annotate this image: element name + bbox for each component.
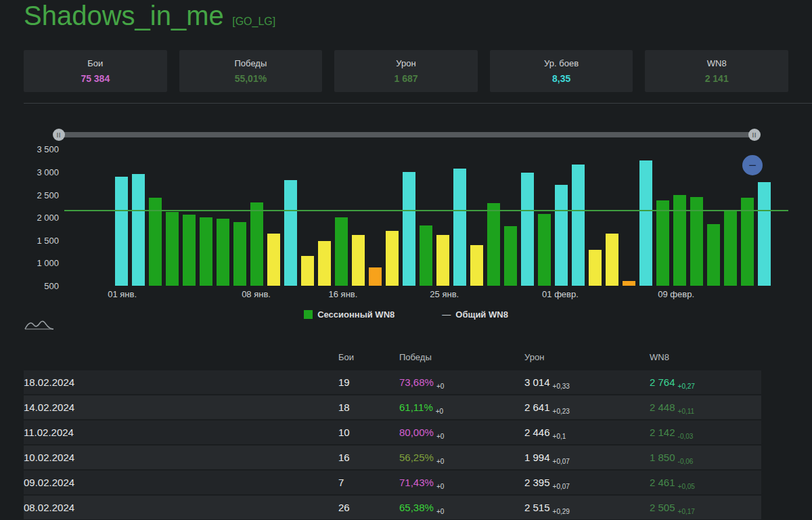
row-wn8: 2 764+0,27 [650,376,761,388]
wn8-chart: 3 5003 0002 5002 0001 5001 000500 − [64,147,788,286]
chart-bar[interactable] [673,195,686,286]
chart-bar[interactable] [470,245,483,286]
chart-bar[interactable] [217,219,229,286]
row-battles: 19 [338,376,399,388]
chart-bar[interactable] [656,200,669,286]
legend-overall-wn8[interactable]: — Общий WN8 [442,309,508,320]
area-chart-toggle-icon[interactable] [24,316,58,333]
y-axis: 3 5003 0002 5002 0001 5001 000500 [24,147,59,286]
chart-bar[interactable] [352,235,365,286]
chart-bar[interactable] [453,169,466,286]
chart-bar[interactable] [250,202,263,286]
stat-card-3[interactable]: Ур. боев8,35 [490,50,633,92]
row-winrate: 73,68%+0 [399,376,524,388]
table-header-row: БоиПобедыУронWN8 [24,349,761,370]
chart-bar[interactable] [487,203,500,286]
chart-bar[interactable] [538,214,551,286]
y-tick-label: 3 500 [37,144,59,154]
stats-page: Shadows_in_me [GO_LG] Бои75 384Победы55,… [0,0,812,520]
chart-bar[interactable] [183,215,196,286]
date-range-slider[interactable]: || || [59,132,754,137]
slider-handle-right-icon[interactable]: || [748,129,761,141]
chart-bar[interactable] [115,177,128,286]
stat-card-1[interactable]: Победы55,01% [179,50,323,92]
table-row[interactable]: 14.02.20241861,11%+02 641+0,232 448+0,11 [24,395,761,419]
chart-bar[interactable] [572,165,585,286]
row-date: 10.02.2024 [24,452,338,463]
table-row[interactable]: 10.02.20241656,25%+01 994+0,071 850-0,06 [24,446,761,469]
row-damage: 1 994+0,07 [524,452,650,463]
chart-bar[interactable] [521,173,534,286]
chart-section: || || 3 5003 0002 5002 0001 5001 000500 … [24,132,788,333]
y-tick-label: 1 000 [37,258,59,268]
row-date: 08.02.2024 [24,502,338,513]
row-winrate: 56,25%+0 [399,452,524,463]
row-battles: 16 [338,452,399,463]
stat-card-label: WN8 [707,58,727,68]
stat-card-0[interactable]: Бои75 384 [24,50,167,92]
row-damage: 2 515+0,29 [524,502,650,513]
stat-card-value: 1 687 [394,73,418,84]
player-name[interactable]: Shadows_in_me [24,1,224,30]
stat-card-value: 75 384 [81,73,110,84]
x-axis: 01 янв.08 янв.16 янв.25 янв.01 февр.09 ф… [64,289,788,303]
chart-bar[interactable] [707,224,720,286]
table-header-4: WN8 [650,352,761,362]
legend-overall-wn8-label: Общий WN8 [455,309,508,320]
slider-handle-left-icon[interactable]: || [53,129,65,141]
stat-card-value: 8,35 [552,73,570,84]
row-wn8: 2 142-0,03 [650,427,761,438]
row-date: 18.02.2024 [24,376,338,388]
chart-bar[interactable] [758,182,771,286]
chart-bar[interactable] [200,217,212,286]
row-date: 14.02.2024 [24,402,338,413]
collapse-chart-button[interactable]: − [742,155,763,175]
chart-bar[interactable] [606,234,618,286]
chart-bar[interactable] [589,250,602,286]
chart-bar[interactable] [504,226,517,286]
stat-card-4[interactable]: WN82 141 [645,50,788,92]
chart-bar[interactable] [318,241,331,286]
table-row[interactable]: 18.02.20241973,68%+03 014+0,332 764+0,27 [24,370,761,394]
y-tick-label: 2 500 [37,190,59,200]
row-winrate: 71,43%+0 [399,477,524,488]
table-row[interactable]: 08.02.20242665,38%+02 515+0,292 505+0,17 [24,496,761,519]
chart-bar[interactable] [639,160,652,286]
chart-bar[interactable] [724,211,737,286]
chart-bar[interactable] [132,174,145,286]
row-battles: 7 [338,477,399,488]
chart-bar[interactable] [166,212,179,286]
chart-bar[interactable] [335,217,348,286]
y-tick-label: 2 000 [37,213,59,223]
stat-card-2[interactable]: Урон1 687 [334,50,478,92]
chart-bar[interactable] [233,222,246,286]
row-battles: 18 [338,402,399,413]
chart-bar[interactable] [436,235,449,286]
legend-session-wn8[interactable]: Сессионный WN8 [304,309,394,320]
y-tick-label: 1 500 [37,235,59,245]
row-battles: 10 [338,427,399,438]
row-wn8: 2 505+0,17 [650,502,761,513]
chart-bar[interactable] [369,267,382,286]
row-damage: 2 446+0,1 [524,427,650,438]
chart-bar[interactable] [284,180,297,286]
overall-wn8-line-swatch-icon: — [442,309,451,320]
table-row[interactable]: 11.02.20241080,00%+02 446+0,12 142-0,03 [24,420,761,444]
chart-bar[interactable] [555,185,568,286]
row-damage: 2 395+0,07 [524,477,650,488]
row-winrate: 80,00%+0 [399,427,524,438]
table-row[interactable]: 09.02.2024771,43%+02 395+0,072 461+0,05 [24,471,761,494]
row-wn8: 1 850-0,06 [650,452,761,463]
x-tick-label: 01 февр. [542,289,579,299]
chart-bar[interactable] [386,231,399,286]
chart-bar[interactable] [301,256,314,286]
chart-bar[interactable] [623,281,635,286]
chart-bar[interactable] [267,234,280,286]
clan-tag[interactable]: [GO_LG] [232,16,275,27]
chart-bar[interactable] [420,225,432,286]
chart-bar[interactable] [403,172,415,286]
x-tick-label: 08 янв. [242,289,271,299]
row-wn8: 2 448+0,11 [650,402,761,413]
chart-bar[interactable] [149,198,162,286]
header: Shadows_in_me [GO_LG] [24,0,788,31]
